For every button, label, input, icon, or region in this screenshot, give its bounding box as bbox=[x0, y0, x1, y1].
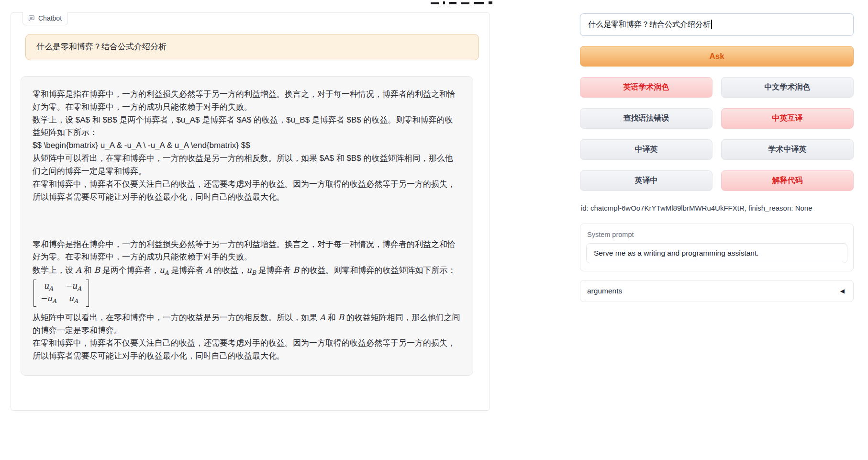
button-explain-code[interactable]: 解释代码 bbox=[721, 170, 854, 191]
bot-paragraph-math: 从矩阵中可以看出，在零和博弈中，一方的收益是另一方的相反数。所以，如果 A 和 … bbox=[33, 311, 460, 337]
bot-message-bubble: 零和博弈是指在博弈中，一方的利益损失必然等于另一方的利益增益。换言之，对于每一种… bbox=[21, 76, 473, 376]
matrix-cell: −uA bbox=[65, 280, 81, 293]
clipped-page-title bbox=[431, 0, 492, 4]
bot-paragraph: 从矩阵中可以看出，在零和博弈中，一方的收益是另一方的相反数。所以，如果 $A$ … bbox=[33, 152, 460, 178]
button-find-grammar-errors[interactable]: 查找语法错误 bbox=[580, 108, 712, 129]
bot-paragraph: 零和博弈是指在博弈中，一方的利益损失必然等于另一方的利益增益。换言之，对于每一种… bbox=[33, 88, 460, 114]
matrix-right-bracket bbox=[86, 280, 89, 307]
chatbot-label: Chatbot bbox=[22, 12, 68, 25]
bot-paragraph: 零和博弈是指在博弈中，一方的利益损失必然等于另一方的利益增益。换言之，对于每一种… bbox=[33, 238, 460, 264]
payoff-matrix: uA −uA −uA uA bbox=[33, 280, 89, 307]
text-caret bbox=[711, 20, 712, 29]
app-layout: Chatbot 什么是零和博弈？结合公式介绍分析 零和博弈是指在博弈中，一方的利… bbox=[0, 0, 868, 411]
matrix-cell: uA bbox=[65, 293, 81, 305]
status-line: id: chatcmpl-6wOo7KrYTwMl89lbrMWRu4UkFFX… bbox=[581, 204, 854, 212]
function-button-grid: 英语学术润色 中文学术润色 查找语法错误 中英互译 中译英 学术中译英 英译中 … bbox=[580, 77, 854, 191]
matrix-cell: −uA bbox=[40, 293, 56, 305]
collapse-arrow-icon[interactable]: ◀ bbox=[840, 288, 845, 294]
bot-paragraph-math: 数学上，设 A 和 B 是两个博弈者，uA 是博弈者 A 的收益，uB 是博弈者… bbox=[33, 264, 460, 278]
controls-column: 什么是零和博弈？结合公式介绍分析 Ask 英语学术润色 中文学术润色 查找语法错… bbox=[580, 13, 854, 302]
user-message-text: 什么是零和博弈？结合公式介绍分析 bbox=[36, 41, 468, 54]
matrix-cell: uA bbox=[40, 280, 56, 293]
system-prompt-label: System prompt bbox=[587, 231, 847, 238]
bot-paragraph: 在零和博弈中，博弈者不仅要关注自己的收益，还需要考虑对手的收益。因为一方取得的收… bbox=[33, 178, 460, 204]
button-en-to-zh[interactable]: 英译中 bbox=[580, 170, 712, 191]
chatbot-label-text: Chatbot bbox=[38, 14, 62, 22]
button-zh-en-mutual-translate[interactable]: 中英互译 bbox=[721, 108, 854, 129]
ask-button[interactable]: Ask bbox=[580, 46, 854, 67]
button-academic-zh-to-en[interactable]: 学术中译英 bbox=[721, 139, 854, 160]
system-prompt-group: System prompt Serve me as a writing and … bbox=[580, 224, 854, 271]
chat-bubble-icon bbox=[28, 15, 35, 22]
message-list: 什么是零和博弈？结合公式介绍分析 零和博弈是指在博弈中，一方的利益损失必然等于另… bbox=[11, 13, 490, 385]
question-input[interactable]: 什么是零和博弈？结合公式介绍分析 bbox=[580, 13, 854, 36]
user-message-bubble: 什么是零和博弈？结合公式介绍分析 bbox=[25, 34, 479, 60]
bot-raw-block: 零和博弈是指在博弈中，一方的利益损失必然等于另一方的利益增益。换言之，对于每一种… bbox=[33, 88, 460, 204]
button-chinese-academic-polish[interactable]: 中文学术润色 bbox=[721, 77, 854, 98]
button-zh-to-en[interactable]: 中译英 bbox=[580, 139, 712, 160]
bot-rendered-block: 零和博弈是指在博弈中，一方的利益损失必然等于另一方的利益增益。换言之，对于每一种… bbox=[33, 238, 460, 363]
system-prompt-input[interactable]: Serve me as a writing and programming as… bbox=[586, 243, 847, 263]
arguments-accordion[interactable]: arguments ◀ bbox=[580, 280, 854, 302]
button-english-academic-polish[interactable]: 英语学术润色 bbox=[580, 77, 712, 98]
bot-paragraph: 在零和博弈中，博弈者不仅要关注自己的收益，还需要考虑对手的收益。因为一方取得的收… bbox=[33, 337, 460, 363]
bot-paragraph: 数学上，设 $A$ 和 $B$ 是两个博弈者，$u_A$ 是博弈者 $A$ 的收… bbox=[33, 114, 460, 140]
chatbot-panel: Chatbot 什么是零和博弈？结合公式介绍分析 零和博弈是指在博弈中，一方的利… bbox=[11, 12, 490, 411]
question-input-value: 什么是零和博弈？结合公式介绍分析 bbox=[588, 20, 711, 28]
arguments-accordion-label: arguments bbox=[587, 287, 622, 295]
bot-latex-source-line: $$ \begin{bmatrix} u_A & -u_A \ -u_A & u… bbox=[33, 139, 460, 152]
